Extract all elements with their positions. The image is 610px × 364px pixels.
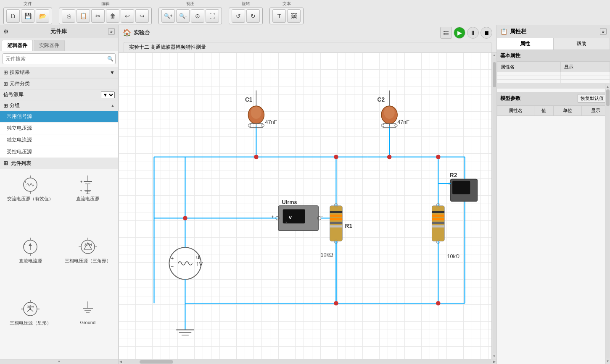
tab-properties[interactable]: 属性: [497, 38, 554, 50]
right-scrollbar[interactable]: ▲ ▼: [605, 84, 610, 364]
svg-text:+: +: [24, 242, 26, 246]
search-input[interactable]: [3, 54, 105, 63]
scroll-down-arrow[interactable]: ▼: [493, 354, 496, 358]
group-item-common[interactable]: 常用信号源: [0, 111, 118, 123]
group-item-dc-current[interactable]: 独立电流源: [0, 134, 118, 146]
redo-button[interactable]: ↪: [135, 9, 149, 23]
svg-rect-114: [432, 211, 445, 213]
copy-button[interactable]: ⎘: [62, 9, 75, 23]
text-group: T 🖼: [269, 8, 304, 24]
delete-button[interactable]: 🗑: [106, 9, 119, 23]
svg-rect-123: [452, 181, 470, 194]
open-button[interactable]: 📂: [36, 9, 49, 23]
tab-logic-components[interactable]: 逻辑器件: [2, 40, 33, 51]
right-scroll-up[interactable]: ▲: [606, 85, 610, 89]
svg-rect-104: [330, 218, 343, 220]
left-sidebar: ⚙ 元件库 » 逻辑器件 实际器件 🔍 ⊞ 搜索结果 ▼ ⊞ 元件分类 信号源库: [0, 25, 119, 364]
settings-button[interactable]: [440, 27, 452, 39]
search-bar: 🔍: [3, 53, 116, 64]
text-button[interactable]: T: [272, 9, 286, 23]
model-params-header: 模型参数 恢复默认值: [497, 92, 610, 105]
image-button[interactable]: 🖼: [287, 9, 301, 23]
component-3ph-star[interactable]: 3PH 三相电压源（星形）: [3, 296, 58, 356]
stop-button[interactable]: ⏹: [481, 27, 492, 39]
sidebar-collapse-button[interactable]: »: [108, 28, 115, 35]
circuit-diagram: V ~ Uirms + −: [119, 52, 491, 359]
svg-rect-42: [444, 33, 445, 34]
canvas-controls: ▶ ⏸ ⏹: [440, 27, 492, 39]
svg-rect-115: [432, 215, 445, 217]
sidebar-scroll-bottom[interactable]: ▼: [0, 359, 118, 364]
main-layout: ⚙ 元件库 » 逻辑器件 实际器件 🔍 ⊞ 搜索结果 ▼ ⊞ 元件分类 信号源库: [0, 25, 610, 364]
group-list: 常用信号源 独立电压源 独立电流源 受控电压源: [0, 111, 118, 158]
component-ac-voltage[interactable]: + − 交流电压源（有效值）: [3, 172, 58, 232]
ground-label: Ground: [80, 320, 95, 325]
canvas-scrollbar-vertical[interactable]: ▲ ▼: [491, 52, 496, 359]
canvas-main[interactable]: V ~ Uirms + −: [119, 52, 491, 359]
undo-button[interactable]: ↩: [121, 9, 134, 23]
table-row: [497, 76, 610, 80]
table-row: [497, 80, 610, 84]
dc-voltage-icon: +: [76, 175, 100, 195]
scroll-up-arrow[interactable]: ▲: [493, 53, 496, 57]
svg-text:47nF: 47nF: [397, 119, 409, 125]
svg-rect-105: [330, 222, 343, 224]
scroll-right-arrow[interactable]: ▶: [493, 360, 496, 364]
svg-point-85: [248, 124, 251, 127]
dc-current-icon: +: [18, 237, 42, 257]
zoom-out-button[interactable]: 🔍-: [176, 9, 190, 23]
scroll-left-arrow[interactable]: ◀: [119, 360, 122, 364]
component-ground[interactable]: Ground: [60, 296, 116, 356]
tab-real-components[interactable]: 实际器件: [34, 40, 65, 51]
view-group: 🔍+ 🔍- ⊙ ⛶: [158, 8, 222, 24]
canvas-header: 🏠 实验台 ▶ ⏸ ⏹: [119, 25, 496, 40]
fullscreen-button[interactable]: ⛶: [206, 9, 219, 23]
svg-text:47nF: 47nF: [265, 119, 277, 125]
component-dc-current[interactable]: + 直流电流源: [3, 234, 58, 294]
3ph-delta-icon: 3PH: [76, 237, 100, 257]
svg-point-96: [381, 124, 384, 127]
save-button[interactable]: 💾: [21, 9, 34, 23]
tab-help[interactable]: 帮助: [554, 38, 610, 50]
pause-button[interactable]: ⏸: [467, 27, 479, 39]
table-row: [497, 72, 610, 76]
zoom-fit-button[interactable]: ⊙: [191, 9, 204, 23]
group-item-controlled-voltage[interactable]: 受控电压源: [0, 146, 118, 158]
rotate-label: 旋转: [242, 1, 250, 7]
svg-text:R2: R2: [450, 172, 457, 178]
signal-source-dropdown[interactable]: ▼: [101, 92, 115, 98]
component-categories-section[interactable]: ⊞ 元件分类: [0, 78, 118, 89]
right-sidebar-collapse-button[interactable]: »: [600, 28, 607, 35]
right-scroll-thumb[interactable]: [606, 89, 610, 106]
svg-marker-20: [29, 243, 32, 246]
rotate-ccw-button[interactable]: ↺: [232, 9, 245, 23]
paste-button[interactable]: 📋: [77, 9, 90, 23]
right-sidebar-title: 属性栏: [510, 28, 526, 35]
group-item-dc-voltage[interactable]: 独立电压源: [0, 123, 118, 134]
scroll-thumb-vertical[interactable]: [493, 62, 496, 87]
right-scroll-track: [606, 89, 610, 359]
reset-defaults-button[interactable]: 恢复默认值: [578, 94, 607, 103]
model-params-section: 模型参数 恢复默认值 属性名 值 单位 显示: [497, 92, 610, 116]
rotate-cw-button[interactable]: ↻: [246, 9, 260, 23]
right-scroll-down[interactable]: ▼: [606, 359, 610, 363]
zoom-in-button[interactable]: 🔍+: [161, 9, 175, 23]
component-dc-voltage[interactable]: + 直流电压源: [60, 172, 116, 232]
component-3ph-delta[interactable]: 3PH 三相电压源（三角形）: [60, 234, 116, 294]
scroll-track-vertical: [493, 58, 496, 354]
prop-header-name: 属性名: [497, 62, 561, 72]
canvas-tab-experiment[interactable]: 实验十二 高通滤波器幅频特性测量: [124, 42, 491, 52]
basic-props-title: 基本属性: [497, 50, 610, 62]
scroll-thumb-horizontal[interactable]: [140, 360, 173, 364]
canvas-scrollbar-horizontal[interactable]: ◀ ▶: [119, 359, 496, 364]
canvas-area: 🏠 实验台 ▶ ⏸ ⏹ 实验十二 高通滤波器幅频特性测量: [119, 25, 496, 364]
play-button[interactable]: ▶: [454, 27, 465, 39]
svg-text:10kΩ: 10kΩ: [320, 252, 333, 258]
cut-button[interactable]: ✂: [91, 9, 105, 23]
group-header[interactable]: ⊞ 分组 ▲: [0, 100, 118, 111]
svg-text:Uirms: Uirms: [282, 199, 297, 205]
new-button[interactable]: 🗋: [6, 9, 20, 23]
search-results-section[interactable]: ⊞ 搜索结果 ▼: [0, 67, 118, 78]
component-grid: + − 交流电压源（有效值） +: [0, 169, 118, 359]
search-icon[interactable]: 🔍: [105, 54, 115, 64]
